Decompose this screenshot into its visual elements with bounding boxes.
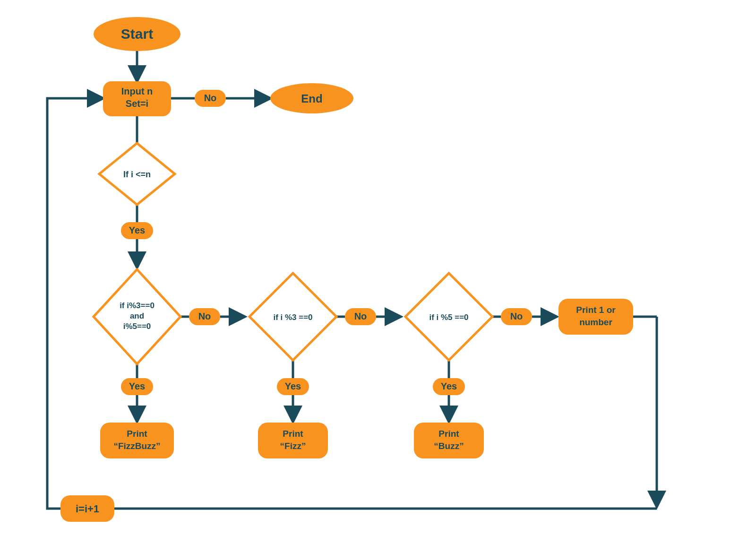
yes-label-2: Yes bbox=[129, 381, 145, 391]
no-label-1: No bbox=[204, 93, 217, 103]
print2-node: Print “Fizz” bbox=[258, 423, 328, 458]
yes-pill-2: Yes bbox=[121, 378, 153, 395]
cond2-l2: and bbox=[130, 311, 144, 320]
print4-node: Print 1 or number bbox=[558, 299, 633, 335]
fizzbuzz-flowchart: Start Input n Set=i End No If i <=n Yes … bbox=[0, 0, 756, 553]
no-pill-3: No bbox=[345, 308, 376, 325]
end-label: End bbox=[301, 92, 322, 105]
print4-l1: Print 1 or bbox=[576, 305, 616, 315]
no-label-2: No bbox=[198, 311, 211, 321]
yes-pill-1: Yes bbox=[121, 222, 153, 239]
cond2-l1: if i%3==0 bbox=[120, 301, 155, 310]
print1-node: Print “FizzBuzz” bbox=[100, 423, 174, 458]
print1-l2: “FizzBuzz” bbox=[113, 441, 160, 451]
print3-node: Print “Buzz” bbox=[414, 423, 484, 458]
edge-incr-up bbox=[47, 98, 102, 509]
print2-l2: “Fizz” bbox=[280, 441, 306, 451]
print3-l1: Print bbox=[438, 429, 459, 439]
cond1-diamond: If i <=n bbox=[99, 143, 175, 205]
cond4-label: if i %5 ==0 bbox=[429, 313, 468, 322]
input-node: Input n Set=i bbox=[103, 81, 171, 116]
yes-pill-4: Yes bbox=[433, 378, 465, 395]
start-node: Start bbox=[94, 17, 180, 51]
cond1-label: If i <=n bbox=[123, 170, 151, 179]
yes-label-1: Yes bbox=[129, 225, 145, 235]
input-line1: Input n bbox=[121, 86, 153, 96]
cond2-l3: i%5==0 bbox=[123, 322, 151, 331]
incr-label: i=i+1 bbox=[76, 503, 99, 515]
yes-label-4: Yes bbox=[441, 381, 457, 391]
yes-label-3: Yes bbox=[285, 381, 301, 391]
cond2-diamond: if i%3==0 and i%5==0 bbox=[94, 269, 180, 364]
input-line2: Set=i bbox=[126, 98, 148, 109]
print3-l2: “Buzz” bbox=[434, 441, 464, 451]
incr-node: i=i+1 bbox=[60, 495, 114, 522]
cond4-diamond: if i %5 ==0 bbox=[405, 273, 492, 360]
print1-l1: Print bbox=[127, 429, 147, 439]
no-label-4: No bbox=[510, 311, 523, 321]
no-label-3: No bbox=[354, 311, 367, 321]
svg-rect-12 bbox=[558, 299, 633, 335]
svg-rect-17 bbox=[258, 423, 328, 458]
yes-pill-3: Yes bbox=[277, 378, 309, 395]
svg-rect-18 bbox=[414, 423, 484, 458]
no-pill-1: No bbox=[195, 90, 226, 107]
svg-rect-16 bbox=[100, 423, 174, 458]
end-node: End bbox=[270, 83, 353, 113]
cond3-label: if i %3 ==0 bbox=[273, 313, 312, 322]
print2-l1: Print bbox=[283, 429, 303, 439]
start-label: Start bbox=[121, 26, 153, 42]
print4-l2: number bbox=[579, 317, 612, 327]
no-pill-2: No bbox=[189, 308, 220, 325]
cond3-diamond: if i %3 ==0 bbox=[249, 273, 336, 360]
no-pill-4: No bbox=[501, 308, 532, 325]
